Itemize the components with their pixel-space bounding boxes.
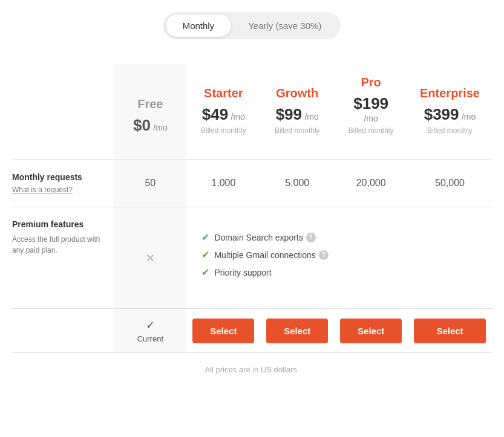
pro-billed: Billed monthly (346, 126, 396, 135)
domain-search-feature: ✔ Domain Search exports ? (201, 231, 477, 243)
free-plan-unit: /mo (153, 123, 167, 132)
starter-billed: Billed monthly (198, 126, 248, 135)
free-premium-value: ✕ (114, 207, 186, 309)
check-icon-gmail: ✔ (201, 249, 209, 261)
pricing-page: Monthly Yearly (save 30%) Free $0 /mo (12, 12, 492, 374)
growth-requests-value: 5,000 (260, 160, 334, 207)
domain-search-label: Domain Search exports (214, 233, 303, 242)
enterprise-billed: Billed monthly (420, 126, 480, 135)
yearly-toggle[interactable]: Yearly (save 30%) (231, 15, 338, 37)
enterprise-plan-price: $399 (424, 105, 459, 123)
priority-support-label: Priority support (214, 268, 271, 277)
free-plan-header: Free $0 /mo (114, 63, 186, 160)
growth-plan-name: Growth (272, 86, 322, 100)
free-action-cell: ✓ Current (114, 309, 186, 353)
enterprise-plan-name: Enterprise (420, 86, 480, 100)
monthly-toggle[interactable]: Monthly (166, 15, 232, 37)
pro-select-button[interactable]: Select (340, 319, 402, 343)
starter-plan-header: Starter $49 /mo Billed monthly (186, 63, 260, 160)
enterprise-select-button[interactable]: Select (414, 319, 486, 343)
growth-plan-price: $99 (276, 105, 302, 123)
growth-plan-header: Growth $99 /mo Billed monthly (260, 63, 334, 160)
domain-search-help-icon[interactable]: ? (306, 233, 316, 242)
premium-features-description: Access the full product with any paid pl… (12, 234, 105, 256)
gmail-connections-feature: ✔ Multiple Gmail connections ? (201, 249, 477, 261)
billing-toggle-wrapper: Monthly Yearly (save 30%) (12, 12, 492, 39)
monthly-requests-title: Monthly requests (12, 172, 105, 182)
action-empty-cell (12, 309, 114, 353)
growth-plan-unit: /mo (304, 112, 318, 121)
paid-premium-features-cell: ✔ Domain Search exports ? ✔ Multiple Gma… (186, 207, 492, 309)
starter-action-cell: Select (186, 309, 260, 353)
starter-select-button[interactable]: Select (192, 319, 254, 343)
x-icon: ✕ (145, 251, 155, 265)
enterprise-action-cell: Select (408, 309, 492, 353)
pricing-table: Free $0 /mo Starter $49 /mo (12, 63, 492, 353)
premium-features-row: Premium features Access the full product… (12, 207, 492, 309)
premium-features-list: ✔ Domain Search exports ? ✔ Multiple Gma… (192, 219, 486, 296)
gmail-connections-label: Multiple Gmail connections (214, 250, 315, 260)
premium-features-label-cell: Premium features Access the full product… (12, 207, 114, 309)
header-empty-cell (12, 63, 114, 160)
pro-plan-header: Pro $199 /mo Billed monthly (334, 63, 408, 160)
pro-requests-value: 20,000 (334, 160, 408, 207)
check-icon-domain: ✔ (201, 231, 209, 243)
growth-action-cell: Select (260, 309, 334, 353)
starter-plan-unit: /mo (231, 112, 245, 121)
free-requests-value: 50 (114, 160, 186, 207)
priority-support-feature: ✔ Priority support (201, 267, 477, 278)
enterprise-plan-unit: /mo (462, 112, 476, 121)
pro-plan-price: $199 (353, 94, 388, 112)
growth-billed: Billed monthly (272, 126, 322, 135)
current-plan-label: Current (137, 334, 163, 343)
free-plan-price: $0 (133, 116, 151, 134)
monthly-requests-row: Monthly requests What is a request? 50 1… (12, 160, 492, 207)
enterprise-plan-header: Enterprise $399 /mo Billed monthly (408, 63, 492, 160)
action-row: ✓ Current Select Select Select (12, 309, 492, 353)
check-icon-priority: ✔ (201, 267, 209, 278)
current-plan-indicator: ✓ Current (120, 319, 180, 343)
footer-note: All prices are in US dollars. (12, 365, 492, 374)
plans-header-row: Free $0 /mo Starter $49 /mo (12, 63, 492, 160)
divider-4 (12, 352, 492, 353)
current-check-icon: ✓ (146, 319, 155, 332)
growth-select-button[interactable]: Select (266, 319, 328, 343)
divider-cell-4 (12, 352, 492, 353)
starter-plan-name: Starter (198, 86, 248, 100)
monthly-requests-label-cell: Monthly requests What is a request? (12, 160, 114, 207)
pro-plan-name: Pro (346, 76, 396, 89)
enterprise-requests-value: 50,000 (408, 160, 492, 207)
premium-features-title: Premium features (12, 219, 105, 229)
gmail-help-icon[interactable]: ? (319, 250, 329, 260)
what-is-request-link[interactable]: What is a request? (12, 186, 73, 194)
pro-plan-unit: /mo (364, 114, 378, 123)
starter-requests-value: 1,000 (186, 160, 260, 207)
toggle-group: Monthly Yearly (save 30%) (163, 12, 341, 39)
pro-action-cell: Select (334, 309, 408, 353)
starter-plan-price: $49 (202, 105, 228, 123)
free-plan-name: Free (126, 97, 174, 111)
